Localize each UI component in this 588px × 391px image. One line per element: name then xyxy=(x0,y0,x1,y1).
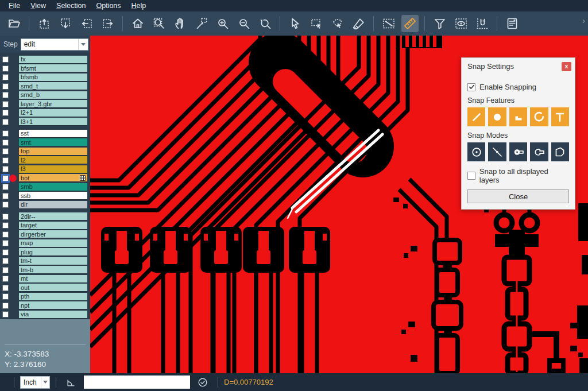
snap-all-layers-checkbox[interactable] xyxy=(467,172,475,180)
snap-mode-point-button[interactable] xyxy=(488,142,506,161)
layer-name-swatch[interactable]: pth xyxy=(19,293,87,301)
unit-select[interactable]: Inch xyxy=(20,376,50,389)
snap-feature-arc-button[interactable] xyxy=(530,107,548,126)
layer-name-swatch[interactable]: mt xyxy=(19,275,87,283)
layer-name-swatch[interactable]: smd_b xyxy=(19,91,87,99)
layer-name-swatch[interactable]: map xyxy=(19,239,87,247)
enable-snapping-checkbox[interactable] xyxy=(467,83,475,91)
layer-name-swatch[interactable]: tm-b xyxy=(19,266,87,274)
home-view-button[interactable] xyxy=(129,15,146,32)
layer-name-swatch[interactable]: l2+1 xyxy=(19,109,87,117)
layer-visibility-checkbox[interactable] xyxy=(2,148,9,154)
layer-name-swatch[interactable]: 2dir-- xyxy=(19,212,87,220)
layer-visibility-checkbox[interactable] xyxy=(2,92,9,98)
layer-name-swatch[interactable]: out xyxy=(19,284,87,292)
layer-visibility-checkbox[interactable] xyxy=(2,202,9,208)
snap-feature-surface-button[interactable] xyxy=(509,107,527,126)
layer-name-swatch[interactable]: fx xyxy=(19,56,87,64)
layer-visibility-checkbox[interactable] xyxy=(2,157,9,164)
menu-item[interactable]: View xyxy=(25,0,51,11)
layer-visibility-checkbox[interactable] xyxy=(2,56,9,63)
layer-name-swatch[interactable]: dirgerber xyxy=(19,230,87,238)
menu-item[interactable]: Help xyxy=(126,0,152,11)
layer-name-swatch[interactable]: via xyxy=(19,311,87,319)
layer-name-swatch[interactable]: smb xyxy=(19,183,87,191)
layer-visibility-checkbox[interactable] xyxy=(2,184,9,190)
snap-mode-outline-button[interactable] xyxy=(530,142,548,161)
layer-visibility-checkbox[interactable] xyxy=(2,130,9,137)
layer-name-swatch[interactable]: l2 xyxy=(19,156,87,164)
pan-left-button[interactable] xyxy=(78,15,95,32)
snap-feature-line-button[interactable] xyxy=(467,107,485,126)
open-file-button[interactable] xyxy=(6,15,23,32)
layer-name-swatch[interactable]: smd_t xyxy=(19,82,87,90)
pan-down-button[interactable] xyxy=(57,15,74,32)
layer-name-swatch[interactable]: ssb xyxy=(19,192,87,200)
apply-check-icon[interactable] xyxy=(196,376,209,389)
toolbar-overflow-chevron[interactable]: › xyxy=(582,16,585,25)
zoom-out-button[interactable] xyxy=(235,15,253,32)
layer-visibility-checkbox[interactable] xyxy=(2,258,9,264)
pan-hand-button[interactable] xyxy=(172,15,189,32)
layer-visibility-checkbox[interactable] xyxy=(2,303,9,309)
measure-line-button[interactable] xyxy=(380,15,397,32)
layer-visibility-checkbox[interactable] xyxy=(2,65,9,72)
measure-value-input[interactable] xyxy=(84,375,190,389)
layer-name-swatch[interactable]: bfsmb xyxy=(19,73,87,82)
layer-name-swatch[interactable]: dir xyxy=(19,201,87,209)
layer-visibility-checkbox[interactable] xyxy=(2,83,9,90)
layer-visibility-checkbox[interactable] xyxy=(2,293,9,300)
view-options-button[interactable] xyxy=(452,15,470,32)
layer-name-swatch[interactable]: npt xyxy=(19,301,87,309)
zoom-area-button[interactable] xyxy=(150,15,168,32)
layer-visibility-checkbox[interactable] xyxy=(2,101,9,107)
angle-measure-icon[interactable] xyxy=(65,376,78,389)
layer-visibility-checkbox[interactable] xyxy=(2,222,9,229)
layer-visibility-checkbox[interactable] xyxy=(2,249,9,255)
snap-mode-center-button[interactable] xyxy=(467,142,485,161)
layer-name-swatch[interactable]: sst xyxy=(19,130,87,138)
menu-item[interactable]: Options xyxy=(91,0,126,11)
dialog-close-button[interactable]: x xyxy=(562,62,571,71)
layer-name-swatch[interactable]: top xyxy=(19,148,87,156)
layer-name-swatch[interactable]: tm-t xyxy=(19,257,87,265)
layer-name-swatch[interactable]: layer_3.gbr xyxy=(19,100,87,108)
zoom-previous-button[interactable] xyxy=(257,15,274,32)
snap-button[interactable] xyxy=(474,15,491,32)
layer-name-swatch[interactable]: target xyxy=(19,222,87,230)
layer-name-swatch[interactable]: plug xyxy=(19,248,87,256)
pan-up-button[interactable] xyxy=(36,15,53,32)
layer-name-swatch[interactable]: l3+1 xyxy=(19,118,87,126)
snap-feature-pad-button[interactable] xyxy=(488,107,506,126)
layer-name-swatch[interactable]: l3 xyxy=(19,165,87,173)
layer-visibility-checkbox[interactable] xyxy=(2,311,9,318)
layer-visibility-checkbox[interactable] xyxy=(2,175,9,181)
rectangle-select-button[interactable] xyxy=(308,15,325,32)
layer-name-swatch[interactable]: bfsmt xyxy=(19,64,87,72)
layer-visibility-checkbox[interactable] xyxy=(2,74,9,80)
layer-visibility-checkbox[interactable] xyxy=(2,166,9,172)
menu-item[interactable]: File xyxy=(3,0,25,11)
pan-right-button[interactable] xyxy=(99,15,117,32)
report-button[interactable] xyxy=(504,15,521,32)
snap-mode-corner-button[interactable] xyxy=(551,142,569,161)
snap-feature-text-button[interactable] xyxy=(551,107,569,126)
filter-button[interactable] xyxy=(431,15,448,32)
layer-visibility-checkbox[interactable] xyxy=(2,193,9,199)
layer-name-swatch[interactable]: bot xyxy=(19,174,87,182)
polygon-select-button[interactable] xyxy=(329,15,346,32)
layer-visibility-checkbox[interactable] xyxy=(2,140,9,146)
dialog-close-action-button[interactable]: Close xyxy=(467,189,569,203)
layer-visibility-checkbox[interactable] xyxy=(2,231,9,238)
layer-visibility-checkbox[interactable] xyxy=(2,119,9,125)
layer-visibility-checkbox[interactable] xyxy=(2,285,9,291)
step-select[interactable]: edit xyxy=(21,38,88,51)
layer-visibility-checkbox[interactable] xyxy=(2,276,9,282)
zoom-in-button[interactable] xyxy=(214,15,231,32)
layer-name-swatch[interactable]: smt xyxy=(19,138,87,146)
layer-visibility-checkbox[interactable] xyxy=(2,240,9,246)
layer-visibility-checkbox[interactable] xyxy=(2,110,9,116)
ruler-measure-button[interactable] xyxy=(401,15,419,32)
move-view-button[interactable] xyxy=(193,15,210,32)
layer-grid-icon[interactable] xyxy=(79,175,86,181)
